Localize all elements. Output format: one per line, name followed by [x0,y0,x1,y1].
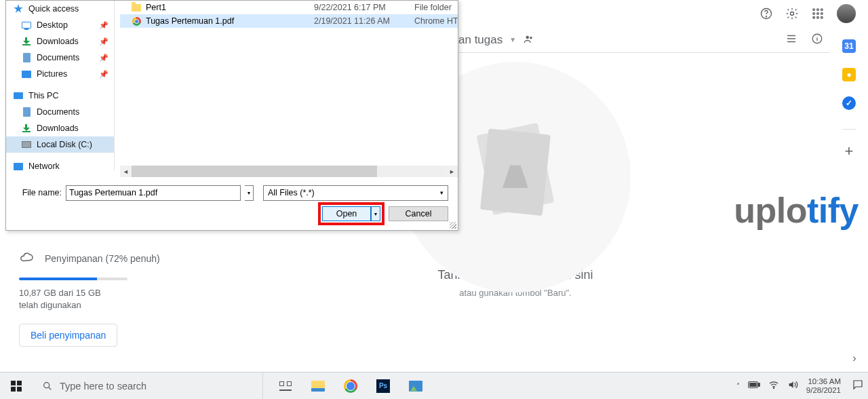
svg-point-13 [530,36,532,39]
help-icon[interactable] [760,7,773,20]
notifications-icon[interactable] [852,379,864,393]
cloud-icon [19,250,34,267]
task-view-button[interactable] [270,373,301,400]
svg-point-11 [821,17,823,19]
drive-toolbar: an tugas ▼ [458,27,830,53]
dialog-nav-tree: Quick access Desktop📌 Downloads📌 Documen… [6,1,115,170]
windows-taskbar: Type here to search Ps ˄ 10:36 AM 9/28/2… [0,372,868,399]
share-people-icon[interactable] [523,33,536,47]
tasks-icon[interactable]: ✓ [842,96,856,110]
svg-rect-18 [749,383,757,387]
svg-point-8 [821,13,823,15]
document-icon [23,53,31,62]
taskbar-clock[interactable]: 10:36 AM 9/28/2021 [806,377,844,394]
nav-network[interactable]: Network [6,158,114,174]
download-icon [22,37,31,45]
svg-point-7 [817,13,819,15]
buy-storage-button[interactable]: Beli penyimpanan [19,324,117,347]
chrome-icon [344,379,357,393]
pictures-icon [22,71,31,78]
svg-rect-17 [758,383,760,387]
star-icon [14,4,23,14]
details-info-icon[interactable] [811,33,823,48]
tray-overflow-icon[interactable]: ˄ [736,382,740,390]
scroll-thumb[interactable] [132,166,377,177]
nav-documents[interactable]: Documents📌 [6,50,114,66]
file-explorer-button[interactable] [302,373,334,400]
photoshop-button[interactable]: Ps [368,373,399,400]
svg-point-3 [813,9,815,11]
start-button[interactable] [0,373,33,400]
svg-point-6 [813,13,815,15]
svg-point-5 [821,9,823,11]
nav-downloads[interactable]: Downloads📌 [6,33,114,50]
cancel-button[interactable]: Cancel [389,206,448,221]
folder-dropdown-caret[interactable]: ▼ [509,36,516,43]
folder-icon [132,4,141,12]
resize-grip-icon[interactable] [450,222,456,229]
sidepanel-collapse-icon[interactable]: › [846,350,863,366]
file-open-dialog: Quick access Desktop📌 Downloads📌 Documen… [5,0,458,231]
svg-point-10 [817,17,819,19]
apps-grid-icon[interactable] [811,7,825,20]
document-icon [23,107,31,117]
add-addon-icon[interactable]: + [842,145,856,158]
pin-icon: 📌 [99,37,108,46]
battery-icon[interactable] [748,381,760,391]
svg-point-19 [773,387,774,388]
pin-icon: 📌 [99,54,108,62]
storage-widget: Penyimpanan (72% penuh) 10,87 GB dari 15… [19,250,168,347]
nav-downloads-2[interactable]: Downloads [6,120,114,136]
search-icon [42,381,53,392]
filename-history-dropdown[interactable]: ▾ [245,185,254,201]
storage-detail: 10,87 GB dari 15 GB telah digunakan [19,287,121,311]
desktop-icon [22,22,31,28]
nav-quick-access[interactable]: Quick access [6,1,114,17]
wifi-icon[interactable] [768,379,779,392]
filename-input[interactable] [66,185,241,201]
svg-point-2 [791,12,794,16]
volume-icon[interactable] [787,379,798,392]
folder-name-fragment[interactable]: an tugas [458,33,502,47]
nav-local-disk[interactable]: Local Disk (C:) [6,136,114,153]
photoshop-icon: Ps [376,379,390,393]
storage-title[interactable]: Penyimpanan (72% penuh) [45,253,160,264]
scroll-left-icon[interactable]: ◄ [120,166,132,177]
pin-icon: 📌 [99,70,108,79]
app-header [458,0,868,27]
nav-documents-2[interactable]: Documents [6,104,114,120]
pc-icon [14,92,23,99]
chevron-down-icon: ▾ [440,189,443,196]
scroll-right-icon[interactable]: ► [446,166,458,177]
nav-this-pc[interactable]: This PC [6,88,114,104]
nav-pictures[interactable]: Pictures📌 [6,66,114,82]
system-tray: ˄ 10:36 AM 9/28/2021 [730,373,868,400]
chrome-button[interactable] [335,373,366,400]
task-view-icon [279,381,292,391]
file-list-hscroll[interactable]: ◄ ► [120,166,458,177]
windows-logo-icon [11,381,22,392]
calendar-icon[interactable]: 31 [842,39,856,53]
list-view-icon[interactable] [785,33,797,48]
scroll-track[interactable] [132,166,446,177]
photos-button[interactable] [400,373,431,400]
sidepanel-divider [842,129,856,130]
keep-icon[interactable]: ● [842,68,856,81]
open-button-dropdown[interactable]: ▾ [371,206,380,221]
nav-desktop[interactable]: Desktop📌 [6,17,114,33]
settings-gear-icon[interactable] [785,7,799,20]
svg-point-15 [44,382,50,387]
search-placeholder: Type here to search [60,381,146,392]
file-row[interactable]: Pert1 9/22/2021 6:17 PM File folder [120,1,458,14]
open-button[interactable]: Open [322,206,371,221]
pin-icon: 📌 [99,21,108,30]
svg-point-12 [526,35,530,39]
svg-point-4 [817,9,819,11]
file-row[interactable]: Tugas Pertemuan 1.pdf 2/19/2021 11:26 AM… [120,14,458,28]
taskbar-search[interactable]: Type here to search [33,373,263,400]
disk-icon [22,141,31,148]
filetype-select[interactable]: All Files (*.*) ▾ [263,185,448,201]
open-button-highlight: Open ▾ [318,202,384,225]
storage-bar [19,278,127,280]
account-avatar[interactable] [837,4,856,23]
